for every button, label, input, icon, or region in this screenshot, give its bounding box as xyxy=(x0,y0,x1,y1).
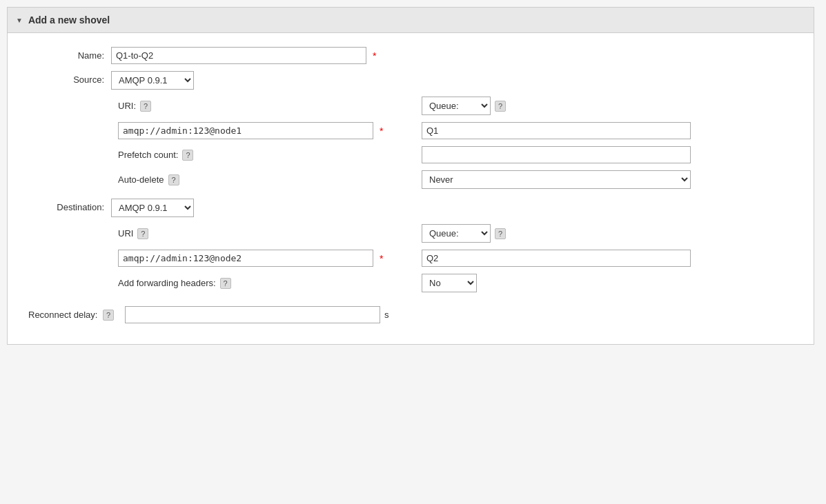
forwarding-label: Add forwarding headers: xyxy=(118,278,216,288)
dest-uri-label: URI xyxy=(118,228,133,239)
destination-row: Destination: AMQP 0.9.1 AMQP 1.0 xyxy=(28,199,793,217)
auto-delete-label-group: Auto-delete ? xyxy=(118,174,422,185)
name-input[interactable] xyxy=(111,47,366,64)
source-uri-queue-values-row: * xyxy=(118,122,793,139)
reconnect-row: Reconnect delay: ? s xyxy=(28,306,793,323)
forwarding-select[interactable]: No Yes xyxy=(422,274,477,292)
dest-uri-queue-values-row: * xyxy=(118,250,793,267)
source-uri-queue-labels-row: URI: ? Queue: Exchange: ? xyxy=(118,97,793,115)
prefetch-label-group: Prefetch count: ? xyxy=(118,150,422,161)
collapse-icon[interactable]: ▼ xyxy=(16,17,23,24)
source-control-group: AMQP 0.9.1 AMQP 1.0 xyxy=(111,71,793,90)
forwarding-help-icon[interactable]: ? xyxy=(220,278,231,289)
source-queue-input[interactable] xyxy=(422,122,691,139)
destination-subsection: URI ? Queue: Exchange: ? * xyxy=(118,224,793,299)
source-queue-help-icon[interactable]: ? xyxy=(495,101,506,112)
auto-delete-label: Auto-delete xyxy=(118,174,164,185)
destination-protocol-select[interactable]: AMQP 0.9.1 AMQP 1.0 xyxy=(111,199,194,217)
prefetch-label: Prefetch count: xyxy=(118,150,178,160)
panel-header: ▼ Add a new shovel xyxy=(8,8,814,33)
dest-queue-type-select[interactable]: Queue: Exchange: xyxy=(422,224,491,243)
auto-delete-select[interactable]: Never After initial length consumed Afte… xyxy=(422,170,691,189)
dest-uri-required: * xyxy=(380,253,383,264)
destination-label: Destination: xyxy=(28,199,111,212)
source-uri-help-icon[interactable]: ? xyxy=(140,101,151,112)
source-subsection: URI: ? Queue: Exchange: ? * xyxy=(118,97,793,199)
dest-uri-queue-labels-row: URI ? Queue: Exchange: ? xyxy=(118,224,793,243)
prefetch-row: Prefetch count: ? xyxy=(118,146,793,163)
dest-queue-value-group xyxy=(422,250,691,267)
destination-control-group: AMQP 0.9.1 AMQP 1.0 xyxy=(111,199,793,217)
dest-queue-label-group: Queue: Exchange: ? xyxy=(422,224,506,243)
name-label: Name: xyxy=(28,47,111,61)
dest-uri-value-group: * xyxy=(118,250,422,267)
source-label: Source: xyxy=(28,71,111,85)
name-row: Name: * xyxy=(28,47,793,64)
forwarding-label-group: Add forwarding headers: ? xyxy=(118,278,422,289)
panel-body: Name: * Source: AMQP 0.9.1 AMQP 1.0 URI: xyxy=(8,33,814,344)
prefetch-help-icon[interactable]: ? xyxy=(182,150,193,161)
source-queue-label-group: Queue: Exchange: ? xyxy=(422,97,506,115)
dest-uri-help-icon[interactable]: ? xyxy=(137,228,148,239)
reconnect-help-icon[interactable]: ? xyxy=(103,310,114,321)
name-control-group: * xyxy=(111,47,793,64)
dest-queue-help-icon[interactable]: ? xyxy=(495,228,506,239)
source-row: Source: AMQP 0.9.1 AMQP 1.0 xyxy=(28,71,793,90)
forwarding-row: Add forwarding headers: ? No Yes xyxy=(118,274,793,292)
source-protocol-select[interactable]: AMQP 0.9.1 AMQP 1.0 xyxy=(111,71,194,90)
source-uri-required: * xyxy=(380,125,383,137)
panel-title: Add a new shovel xyxy=(28,14,110,26)
source-queue-type-select[interactable]: Queue: Exchange: xyxy=(422,97,491,115)
add-shovel-panel: ▼ Add a new shovel Name: * Source: AMQP … xyxy=(7,7,814,345)
source-uri-input[interactable] xyxy=(118,122,373,139)
auto-delete-help-icon[interactable]: ? xyxy=(168,174,179,185)
reconnect-input[interactable] xyxy=(125,306,380,323)
forwarding-value-group: No Yes xyxy=(422,274,477,292)
prefetch-input[interactable] xyxy=(422,146,691,163)
name-required: * xyxy=(373,50,376,61)
reconnect-unit-label: s xyxy=(384,310,389,320)
auto-delete-value-group: Never After initial length consumed Afte… xyxy=(422,170,691,189)
prefetch-value-group xyxy=(422,146,691,163)
source-queue-value-group xyxy=(422,122,691,139)
source-uri-value-group: * xyxy=(118,122,422,139)
dest-uri-input[interactable] xyxy=(118,250,373,267)
source-uri-label-group: URI: ? xyxy=(118,101,422,112)
source-uri-label: URI: xyxy=(118,101,136,111)
dest-uri-label-group: URI ? xyxy=(118,228,422,239)
reconnect-label: Reconnect delay: ? xyxy=(28,310,121,321)
dest-queue-input[interactable] xyxy=(422,250,691,267)
auto-delete-row: Auto-delete ? Never After initial length… xyxy=(118,170,793,189)
